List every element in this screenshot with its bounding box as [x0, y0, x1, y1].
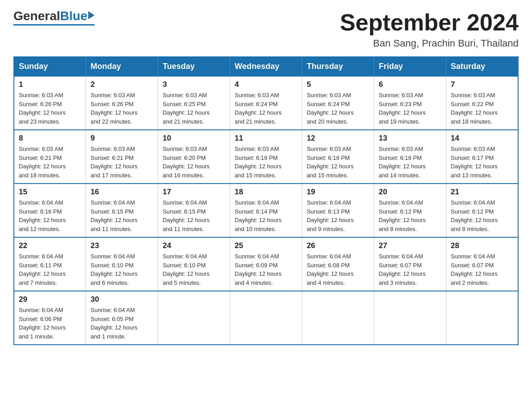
day-number: 30	[90, 295, 153, 304]
day-number: 13	[379, 134, 442, 143]
calendar-cell: 14 Sunrise: 6:03 AMSunset: 6:17 PMDaylig…	[446, 130, 518, 184]
calendar-cell: 10 Sunrise: 6:03 AMSunset: 6:20 PMDaylig…	[158, 130, 230, 184]
calendar-cell: 25 Sunrise: 6:04 AMSunset: 6:09 PMDaylig…	[230, 237, 302, 291]
calendar-cell: 1 Sunrise: 6:03 AMSunset: 6:26 PMDayligh…	[14, 76, 86, 130]
calendar-cell: 22 Sunrise: 6:04 AMSunset: 6:11 PMDaylig…	[14, 237, 86, 291]
day-number: 18	[235, 188, 297, 197]
day-info: Sunrise: 6:03 AMSunset: 6:21 PMDaylight:…	[90, 145, 153, 180]
calendar-week-2: 8 Sunrise: 6:03 AMSunset: 6:21 PMDayligh…	[14, 130, 518, 184]
day-info: Sunrise: 6:04 AMSunset: 6:10 PMDaylight:…	[90, 252, 153, 287]
calendar-week-1: 1 Sunrise: 6:03 AMSunset: 6:26 PMDayligh…	[14, 76, 518, 130]
logo-triangle-icon	[88, 11, 94, 19]
day-number: 5	[307, 80, 369, 89]
weekday-header-monday: Monday	[86, 57, 158, 76]
day-info: Sunrise: 6:04 AMSunset: 6:06 PMDaylight:…	[19, 306, 81, 341]
day-number: 26	[307, 241, 369, 250]
calendar-cell	[374, 291, 446, 345]
calendar-cell	[446, 291, 518, 345]
calendar-cell: 19 Sunrise: 6:04 AMSunset: 6:13 PMDaylig…	[302, 184, 374, 237]
day-number: 14	[451, 134, 513, 143]
day-number: 4	[235, 80, 297, 89]
day-number: 22	[19, 241, 81, 250]
day-info: Sunrise: 6:03 AMSunset: 6:24 PMDaylight:…	[235, 91, 297, 126]
calendar-cell: 11 Sunrise: 6:03 AMSunset: 6:19 PMDaylig…	[230, 130, 302, 184]
day-number: 27	[379, 241, 442, 250]
day-info: Sunrise: 6:04 AMSunset: 6:05 PMDaylight:…	[90, 306, 153, 341]
calendar-cell: 21 Sunrise: 6:04 AMSunset: 6:12 PMDaylig…	[446, 184, 518, 237]
day-info: Sunrise: 6:03 AMSunset: 6:26 PMDaylight:…	[90, 91, 153, 126]
day-info: Sunrise: 6:03 AMSunset: 6:20 PMDaylight:…	[163, 145, 225, 180]
day-number: 25	[235, 241, 297, 250]
calendar-cell: 3 Sunrise: 6:03 AMSunset: 6:25 PMDayligh…	[158, 76, 230, 130]
calendar-cell: 8 Sunrise: 6:03 AMSunset: 6:21 PMDayligh…	[14, 130, 86, 184]
day-number: 11	[235, 134, 297, 143]
day-info: Sunrise: 6:04 AMSunset: 6:07 PMDaylight:…	[451, 252, 513, 287]
day-info: Sunrise: 6:03 AMSunset: 6:18 PMDaylight:…	[307, 145, 369, 180]
calendar-cell: 2 Sunrise: 6:03 AMSunset: 6:26 PMDayligh…	[86, 76, 158, 130]
calendar-header-row: SundayMondayTuesdayWednesdayThursdayFrid…	[14, 57, 518, 76]
calendar-cell: 17 Sunrise: 6:04 AMSunset: 6:15 PMDaylig…	[158, 184, 230, 237]
calendar-cell: 12 Sunrise: 6:03 AMSunset: 6:18 PMDaylig…	[302, 130, 374, 184]
day-info: Sunrise: 6:04 AMSunset: 6:10 PMDaylight:…	[163, 252, 225, 287]
day-number: 20	[379, 188, 442, 197]
day-number: 29	[19, 295, 81, 304]
calendar-cell: 16 Sunrise: 6:04 AMSunset: 6:15 PMDaylig…	[86, 184, 158, 237]
calendar-week-4: 22 Sunrise: 6:04 AMSunset: 6:11 PMDaylig…	[14, 237, 518, 291]
calendar-cell: 24 Sunrise: 6:04 AMSunset: 6:10 PMDaylig…	[158, 237, 230, 291]
calendar-cell: 30 Sunrise: 6:04 AMSunset: 6:05 PMDaylig…	[86, 291, 158, 345]
day-number: 16	[90, 188, 153, 197]
day-number: 12	[307, 134, 369, 143]
day-number: 7	[451, 80, 513, 89]
day-info: Sunrise: 6:03 AMSunset: 6:19 PMDaylight:…	[235, 145, 297, 180]
calendar-cell: 6 Sunrise: 6:03 AMSunset: 6:23 PMDayligh…	[374, 76, 446, 130]
title-block: September 2024 Ban Sang, Prachin Buri, T…	[340, 9, 519, 49]
day-number: 19	[307, 188, 369, 197]
calendar-cell: 23 Sunrise: 6:04 AMSunset: 6:10 PMDaylig…	[86, 237, 158, 291]
calendar-cell: 29 Sunrise: 6:04 AMSunset: 6:06 PMDaylig…	[14, 291, 86, 345]
day-info: Sunrise: 6:04 AMSunset: 6:14 PMDaylight:…	[235, 198, 297, 233]
weekday-header-saturday: Saturday	[446, 57, 518, 76]
day-number: 1	[19, 80, 81, 89]
logo-underline	[13, 24, 94, 26]
day-info: Sunrise: 6:04 AMSunset: 6:12 PMDaylight:…	[451, 198, 513, 233]
calendar-cell: 9 Sunrise: 6:03 AMSunset: 6:21 PMDayligh…	[86, 130, 158, 184]
calendar-cell	[158, 291, 230, 345]
day-number: 24	[163, 241, 225, 250]
calendar-cell: 4 Sunrise: 6:03 AMSunset: 6:24 PMDayligh…	[230, 76, 302, 130]
day-info: Sunrise: 6:03 AMSunset: 6:21 PMDaylight:…	[19, 145, 81, 180]
page-header: GeneralBlue September 2024 Ban Sang, Pra…	[13, 9, 519, 49]
weekday-header-thursday: Thursday	[302, 57, 374, 76]
day-info: Sunrise: 6:04 AMSunset: 6:15 PMDaylight:…	[163, 198, 225, 233]
day-number: 17	[163, 188, 225, 197]
day-info: Sunrise: 6:04 AMSunset: 6:07 PMDaylight:…	[379, 252, 442, 287]
calendar-cell: 27 Sunrise: 6:04 AMSunset: 6:07 PMDaylig…	[374, 237, 446, 291]
day-info: Sunrise: 6:04 AMSunset: 6:09 PMDaylight:…	[235, 252, 297, 287]
calendar-title: September 2024	[340, 9, 519, 36]
day-info: Sunrise: 6:03 AMSunset: 6:22 PMDaylight:…	[451, 91, 513, 126]
day-info: Sunrise: 6:03 AMSunset: 6:23 PMDaylight:…	[379, 91, 442, 126]
weekday-header-friday: Friday	[374, 57, 446, 76]
weekday-header-sunday: Sunday	[14, 57, 86, 76]
day-info: Sunrise: 6:04 AMSunset: 6:16 PMDaylight:…	[19, 198, 81, 233]
calendar-subtitle: Ban Sang, Prachin Buri, Thailand	[340, 38, 519, 49]
calendar-cell: 20 Sunrise: 6:04 AMSunset: 6:12 PMDaylig…	[374, 184, 446, 237]
day-info: Sunrise: 6:03 AMSunset: 6:25 PMDaylight:…	[163, 91, 225, 126]
day-info: Sunrise: 6:03 AMSunset: 6:18 PMDaylight:…	[379, 145, 442, 180]
calendar-cell: 26 Sunrise: 6:04 AMSunset: 6:08 PMDaylig…	[302, 237, 374, 291]
calendar-cell	[302, 291, 374, 345]
day-info: Sunrise: 6:04 AMSunset: 6:13 PMDaylight:…	[307, 198, 369, 233]
weekday-header-tuesday: Tuesday	[158, 57, 230, 76]
day-number: 21	[451, 188, 513, 197]
calendar-cell: 7 Sunrise: 6:03 AMSunset: 6:22 PMDayligh…	[446, 76, 518, 130]
day-number: 23	[90, 241, 153, 250]
day-number: 6	[379, 80, 442, 89]
calendar-cell: 18 Sunrise: 6:04 AMSunset: 6:14 PMDaylig…	[230, 184, 302, 237]
day-number: 2	[90, 80, 153, 89]
calendar-table: SundayMondayTuesdayWednesdayThursdayFrid…	[13, 56, 519, 345]
day-number: 10	[163, 134, 225, 143]
calendar-cell: 15 Sunrise: 6:04 AMSunset: 6:16 PMDaylig…	[14, 184, 86, 237]
day-info: Sunrise: 6:04 AMSunset: 6:08 PMDaylight:…	[307, 252, 369, 287]
day-info: Sunrise: 6:04 AMSunset: 6:15 PMDaylight:…	[90, 198, 153, 233]
day-info: Sunrise: 6:04 AMSunset: 6:11 PMDaylight:…	[19, 252, 81, 287]
calendar-week-3: 15 Sunrise: 6:04 AMSunset: 6:16 PMDaylig…	[14, 184, 518, 237]
